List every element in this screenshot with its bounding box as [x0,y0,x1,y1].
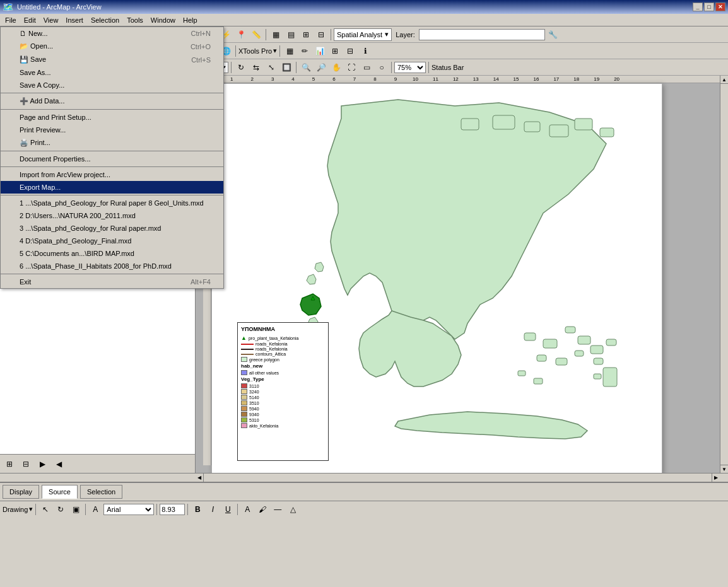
scroll-left-btn[interactable]: ◀ [196,474,204,482]
close-button[interactable]: ✕ [715,3,725,11]
menu-view[interactable]: View [40,15,62,25]
tool-rotate[interactable]: ↻ [234,61,248,74]
draw-fill-color[interactable]: △ [286,503,300,516]
status-bar-label: Status Bar [432,64,464,71]
map-area[interactable]: 123 456 789 101112 131415 161718 1920 13… [196,76,728,473]
toc-nav-btn1[interactable]: ⊞ [3,457,16,471]
menu-saveacopy[interactable]: Save A Copy... [1,79,223,91]
tool-fullext2[interactable]: ⛶ [344,61,358,74]
menu-saveas[interactable]: Save As... [1,66,223,79]
scroll-down-btn[interactable]: ▼ [720,465,729,473]
tool-measure[interactable]: 📏 [249,28,263,42]
font-size-input[interactable] [160,504,185,515]
tool-import2[interactable]: ⊟ [343,44,357,58]
tool-info2[interactable]: ℹ [358,44,372,58]
tool-zoom4[interactable]: 🔎 [314,61,328,74]
menu-adddata[interactable]: ➕ Add Data... [1,95,223,108]
menu-insert[interactable]: Insert [62,15,87,25]
hscroll-track[interactable] [204,474,712,482]
menu-selection[interactable]: Selection [87,15,123,25]
menu-new[interactable]: 🗋 New... Ctrl+N [1,27,223,40]
svg-rect-10 [518,371,525,376]
menu-pagesetup[interactable]: Page and Print Setup... [1,111,223,124]
legend-item-5140: 5140 [241,395,325,400]
menu-recent-6[interactable]: 6 ...\Spata_Phase_II_Habitats 2008_for P… [1,260,223,272]
draw-bold-btn[interactable]: B [191,503,204,516]
draw-rotate-btn[interactable]: ↻ [54,503,68,516]
legend-item-2: roads_Kefalonia [241,342,325,346]
tool-reshape[interactable]: 🔲 [279,61,293,74]
tool-layer-options[interactable]: 🔧 [546,28,560,42]
menu-docprops[interactable]: Document Properties... [1,153,223,165]
menu-recent-1[interactable]: 1 ...\Spata_phd_Geology_for Rural paper … [1,197,223,209]
maximize-button[interactable]: □ [704,3,714,11]
menu-help[interactable]: Help [179,15,201,25]
tab-display[interactable]: Display [3,485,39,499]
draw-text-btn[interactable]: A [88,503,102,516]
menu-recent-2[interactable]: 2 D:\Users...\NATURA 200_2011.mxd [1,209,223,222]
tool-attr-table[interactable]: ▦ [283,44,296,58]
tool-more1[interactable]: ⊞ [299,28,313,42]
legend-title: ΥΠΟΜΝΗΜΑ [241,326,325,332]
menu-recent-5[interactable]: 5 C:\Documents an...\BIRD MAP.mxd [1,247,223,260]
font-select[interactable]: Arial [103,504,154,515]
dropdown-arrow-icon: ▾ [385,30,389,38]
scroll-right-btn[interactable]: ▶ [712,474,720,482]
draw-color1[interactable]: A [240,503,254,516]
titlebar: 🗺️ Untitled - ArcMap - ArcView _ □ ✕ [0,0,728,14]
tool-pan2[interactable]: ✋ [329,61,343,74]
xtools-label: XTools Pro [238,47,272,55]
draw-italic-btn[interactable]: I [206,503,220,516]
zoom-dropdown[interactable]: 75% [394,62,426,73]
titlebar-title: Untitled - ArcMap - ArcView [17,3,102,11]
tab-source[interactable]: Source [42,485,78,499]
tool-more3[interactable]: ▭ [360,61,373,74]
menu-import-arcview[interactable]: Import from ArcView project... [1,168,223,181]
toc-nav-btn2[interactable]: ⊟ [19,457,33,471]
tool-table[interactable]: ▦ [269,28,283,42]
minimize-button[interactable]: _ [693,3,703,11]
tool-zoom3[interactable]: 🔍 [299,61,313,74]
svg-rect-1 [543,339,557,348]
menu-export-map[interactable]: Export Map... [1,181,223,194]
tool-mirror[interactable]: ⇆ [249,61,263,74]
layer-input[interactable] [419,29,545,40]
tool-export2[interactable]: ⊞ [328,44,342,58]
draw-select-arrow[interactable]: ↖ [38,503,52,516]
tab-selection[interactable]: Selection [80,485,122,499]
map-scrollbar-right[interactable]: ▲ ▼ [720,76,728,473]
draw-color2[interactable]: 🖌 [255,503,269,516]
legend-item-4: contours_Attica [241,352,325,356]
svg-rect-9 [594,358,603,364]
scroll-up-btn[interactable]: ▲ [720,76,729,84]
tool-stats[interactable]: 📊 [313,44,327,58]
tool-more2[interactable]: ⊟ [314,28,328,42]
bottom-scrollbar-row: ◀ ▶ [0,473,728,482]
draw-group-btn[interactable]: ▣ [69,503,83,516]
menu-recent-3[interactable]: 3 ...\Spata_phd_Geology_for Rural paper.… [1,222,223,235]
menu-tools[interactable]: Tools [123,15,147,25]
svg-rect-19 [575,119,592,130]
menu-save[interactable]: 💾 Save Ctrl+S [1,53,223,66]
toc-nav-btn4[interactable]: ◀ [52,457,66,471]
spatial-analyst-dropdown[interactable]: Spatial Analyst ▾ [334,28,392,41]
menu-open[interactable]: 📂 Open... Ctrl+O [1,40,223,53]
menu-edit[interactable]: Edit [20,15,40,25]
menu-recent-4[interactable]: 4 D:\Spata_phd_Geology_Final.mxd [1,235,223,247]
menu-file[interactable]: File [1,15,20,25]
tool-scale[interactable]: ⤡ [264,61,278,74]
menu-window[interactable]: Window [147,15,179,25]
draw-line-color[interactable]: — [271,503,285,516]
tool-more4[interactable]: ○ [375,61,389,74]
tool-edit-attr[interactable]: ✏ [298,44,312,58]
sep5 [235,45,236,57]
sep-dd2 [1,109,223,110]
menu-printpreview[interactable]: Print Preview... [1,124,223,136]
scroll-thumb[interactable] [721,84,728,465]
menu-print[interactable]: 🖨️ Print... [1,136,223,149]
draw-underline-btn[interactable]: U [221,503,235,516]
tool-grid[interactable]: ▤ [284,28,298,42]
toc-nav-btn3[interactable]: ▶ [35,457,49,471]
menu-exit[interactable]: Exit Alt+F4 [1,276,223,288]
tool-pin[interactable]: 📍 [234,28,248,42]
